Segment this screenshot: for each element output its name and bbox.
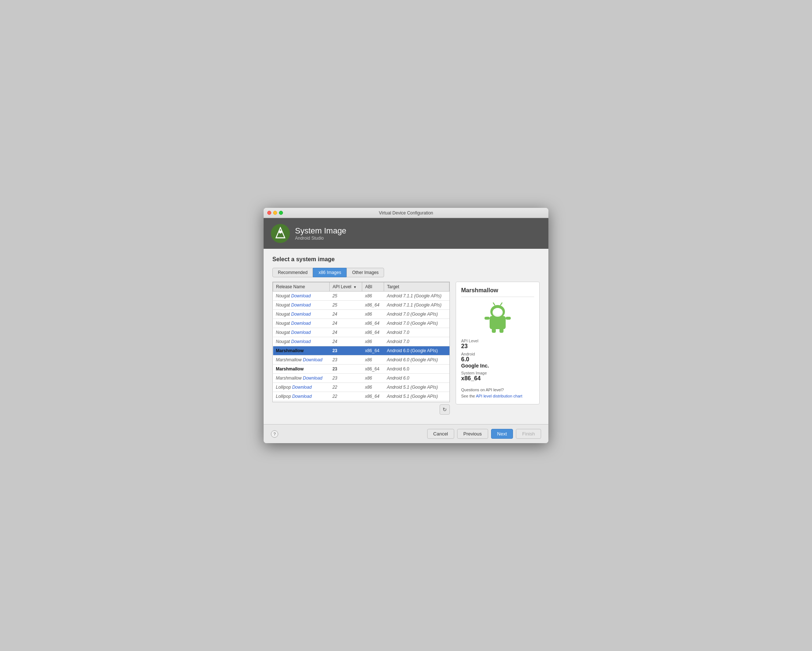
traffic-lights — [267, 211, 283, 215]
table-header-row: Release Name API Level ▼ ABI Target — [273, 283, 449, 292]
svg-line-6 — [493, 303, 495, 305]
header-subtitle: Android Studio — [295, 235, 346, 241]
tab-recommended[interactable]: Recommended — [272, 268, 313, 277]
table-row[interactable]: Lollipop Download22x86_64Android 5.1 (Go… — [273, 392, 449, 401]
window: Virtual Device Configuration System Imag… — [264, 208, 548, 443]
info-box: Marshmallow — [456, 282, 540, 404]
col-abi: ABI — [362, 283, 384, 292]
header-title: System Image — [295, 226, 346, 235]
table-area: Release Name API Level ▼ ABI Target Noug… — [272, 282, 450, 417]
svg-rect-8 — [484, 317, 490, 319]
system-image-field: System Image x86_64 — [461, 371, 534, 382]
sort-icon: ▼ — [353, 285, 357, 289]
android-studio-icon — [275, 227, 286, 240]
vendor-value: Google Inc. — [461, 363, 534, 368]
table-row[interactable]: Nougat Download24x86Android 7.0 (Google … — [273, 310, 449, 319]
previous-button[interactable]: Previous — [457, 429, 488, 439]
api-level-question: Questions on API level? See the API leve… — [461, 387, 534, 399]
svg-point-0 — [279, 231, 282, 234]
api-level-value: 23 — [461, 343, 534, 350]
help-button[interactable]: ? — [271, 430, 278, 438]
table-row[interactable]: Nougat Download24x86_64Android 7.0 — [273, 328, 449, 337]
window-title: Virtual Device Configuration — [379, 211, 433, 215]
col-target: Target — [384, 283, 449, 292]
android-value: 6.0 — [461, 356, 534, 363]
system-image-value: x86_64 — [461, 375, 534, 382]
footer-buttons: Cancel Previous Next Finish — [427, 429, 541, 439]
download-link[interactable]: Download — [292, 385, 311, 390]
api-level-label: API Level — [461, 339, 534, 343]
col-api-level[interactable]: API Level ▼ — [329, 283, 362, 292]
download-link[interactable]: Download — [292, 312, 311, 317]
minimize-button[interactable] — [273, 211, 277, 215]
table-wrapper[interactable]: Release Name API Level ▼ ABI Target Noug… — [272, 282, 450, 402]
download-link[interactable]: Download — [292, 339, 311, 344]
table-row[interactable]: Nougat Download25x86_64Android 7.1.1 (Go… — [273, 301, 449, 310]
download-link[interactable]: Download — [292, 303, 311, 307]
svg-rect-10 — [492, 329, 496, 333]
main-area: Release Name API Level ▼ ABI Target Noug… — [272, 282, 540, 417]
content: Select a system image Recommended x86 Im… — [264, 249, 548, 424]
table-row[interactable]: Marshmallow23x86_64Android 6.0 — [273, 365, 449, 374]
info-panel: Marshmallow — [456, 282, 540, 417]
col-release-name: Release Name — [273, 283, 330, 292]
section-title: Select a system image — [272, 256, 540, 263]
marshmallow-android-svg — [483, 301, 512, 334]
system-image-table: Release Name API Level ▼ ABI Target Noug… — [273, 282, 449, 402]
svg-point-13 — [493, 308, 502, 315]
footer-left: ? — [271, 430, 278, 438]
api-chart-link[interactable]: API level distribution chart — [476, 394, 522, 398]
svg-rect-11 — [499, 329, 504, 333]
download-link[interactable]: Download — [292, 394, 311, 399]
table-row[interactable]: Nougat Download25x86Android 7.1.1 (Googl… — [273, 292, 449, 301]
download-link[interactable]: Download — [303, 376, 322, 381]
close-button[interactable] — [267, 211, 271, 215]
next-button[interactable]: Next — [491, 429, 513, 439]
title-bar: Virtual Device Configuration — [264, 208, 548, 218]
download-link[interactable]: Download — [292, 293, 311, 298]
svg-rect-9 — [506, 317, 511, 319]
header-text: System Image Android Studio — [295, 226, 346, 241]
info-title: Marshmallow — [461, 287, 534, 297]
android-label: Android — [461, 352, 534, 356]
table-footer: ↻ — [272, 402, 450, 417]
android-field: Android 6.0 Google Inc. — [461, 352, 534, 368]
system-image-label: System Image — [461, 371, 534, 375]
table-row[interactable]: Nougat Download24x86Android 7.0 — [273, 337, 449, 346]
table-row[interactable]: Marshmallow Download23x86Android 6.0 (Go… — [273, 356, 449, 365]
api-level-field: API Level 23 — [461, 339, 534, 350]
table-row[interactable]: Marshmallow Download23x86Android 6.0 — [273, 374, 449, 383]
cancel-button[interactable]: Cancel — [427, 429, 454, 439]
svg-line-7 — [501, 303, 502, 305]
android-image — [461, 301, 534, 334]
table-row[interactable]: Nougat Download24x86_64Android 7.0 (Goog… — [273, 319, 449, 328]
finish-button[interactable]: Finish — [516, 429, 541, 439]
table-row[interactable]: Lollipop Download22x86Android 5.1 (Googl… — [273, 383, 449, 392]
footer: ? Cancel Previous Next Finish — [264, 424, 548, 443]
download-link[interactable]: Download — [303, 357, 322, 362]
tab-otherimages[interactable]: Other Images — [346, 268, 384, 277]
tabs: Recommended x86 Images Other Images — [272, 268, 540, 277]
maximize-button[interactable] — [279, 211, 283, 215]
table-row[interactable]: Marshmallow23x86_64Android 6.0 (Google A… — [273, 346, 449, 356]
refresh-button[interactable]: ↻ — [440, 404, 450, 415]
download-link[interactable]: Download — [292, 330, 311, 335]
download-link[interactable]: Download — [292, 321, 311, 326]
header: System Image Android Studio — [264, 218, 548, 249]
logo — [271, 224, 290, 243]
tab-x86images[interactable]: x86 Images — [313, 268, 346, 277]
